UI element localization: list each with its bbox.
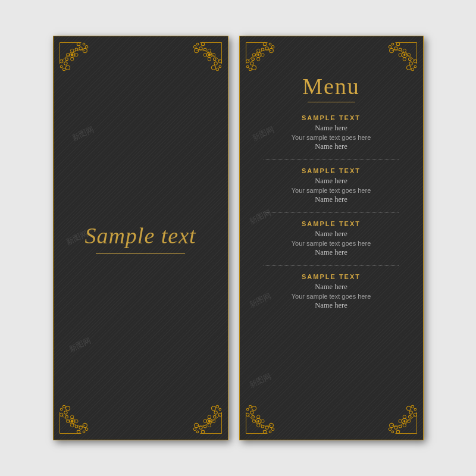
svg-point-116: [249, 405, 252, 408]
svg-point-44: [62, 405, 65, 408]
left-panel: 新图网 新图网 新图网: [53, 36, 228, 440]
svg-point-97: [414, 65, 416, 68]
divider-2: [264, 212, 399, 213]
svg-point-29: [213, 58, 216, 61]
svg-point-62: [216, 405, 219, 408]
svg-point-100: [409, 62, 412, 65]
svg-point-51: [70, 415, 73, 418]
svg-point-136: [409, 411, 412, 414]
section-3-name2: Name here: [252, 248, 411, 257]
svg-point-142: [407, 419, 410, 422]
svg-point-37: [83, 431, 85, 433]
corner-top-right: [181, 40, 224, 83]
svg-point-105: [403, 58, 406, 61]
svg-point-114: [246, 413, 249, 416]
svg-point-101: [408, 58, 411, 61]
svg-point-55: [196, 431, 199, 433]
left-panel-sample-text: Sample text: [84, 223, 196, 254]
svg-point-80: [249, 68, 252, 71]
right-corner-bottom-left: [243, 393, 286, 436]
svg-point-92: [389, 45, 392, 48]
right-corner-bottom-right: [377, 393, 419, 436]
svg-point-125: [261, 419, 264, 422]
svg-point-123: [256, 415, 259, 418]
svg-point-87: [256, 58, 259, 61]
svg-point-93: [389, 48, 393, 52]
section-4-name2: Name here: [252, 301, 411, 310]
svg-point-53: [74, 419, 77, 422]
right-corner-top-left: [243, 40, 286, 83]
section-3-name1: Name here: [252, 230, 411, 239]
svg-point-134: [411, 405, 414, 408]
svg-point-43: [60, 408, 62, 411]
menu-title: Menu: [302, 73, 360, 99]
svg-point-117: [252, 406, 256, 411]
svg-point-139: [403, 420, 406, 422]
svg-point-64: [214, 411, 217, 414]
svg-point-99: [406, 65, 411, 70]
svg-point-9: [65, 65, 70, 70]
svg-point-140: [403, 424, 406, 427]
svg-point-0: [77, 43, 80, 46]
svg-point-128: [389, 428, 392, 431]
svg-point-34: [212, 54, 215, 57]
svg-point-19: [196, 43, 199, 45]
menu-section-1: SAMPLE TEXT Name here Your sample text g…: [252, 109, 411, 155]
menu-section-4: SAMPLE TEXT Name here Your sample text g…: [252, 268, 411, 314]
svg-point-11: [65, 58, 68, 61]
right-corner-top-right: [377, 40, 419, 83]
svg-point-69: [208, 415, 211, 418]
svg-point-47: [65, 415, 68, 418]
svg-point-107: [398, 54, 401, 57]
corner-bottom-left: [57, 393, 100, 436]
svg-point-49: [71, 420, 73, 422]
svg-point-143: [398, 419, 401, 422]
section-1-name1: Name here: [252, 124, 411, 133]
section-4-desc: Your sample text goes here: [252, 293, 411, 300]
svg-point-133: [414, 408, 416, 411]
svg-point-26: [216, 68, 219, 71]
section-2-header: SAMPLE TEXT: [252, 167, 411, 174]
svg-point-68: [208, 424, 211, 427]
svg-point-109: [269, 431, 271, 433]
svg-point-54: [201, 430, 204, 433]
divider-3: [264, 265, 399, 266]
svg-point-14: [70, 49, 73, 52]
svg-point-57: [194, 423, 198, 427]
svg-point-89: [261, 54, 264, 57]
svg-point-91: [392, 43, 394, 45]
svg-point-36: [77, 430, 80, 433]
svg-point-108: [263, 430, 266, 433]
menu-section-2: SAMPLE TEXT Name here Your sample text g…: [252, 162, 411, 208]
section-2-desc: Your sample text goes here: [252, 187, 411, 194]
svg-point-6: [60, 60, 62, 62]
svg-point-10: [64, 62, 67, 65]
svg-point-104: [403, 49, 406, 52]
svg-point-32: [208, 49, 211, 52]
svg-point-106: [407, 54, 410, 57]
svg-point-70: [212, 419, 215, 422]
svg-point-103: [403, 54, 406, 56]
svg-point-81: [252, 65, 256, 70]
divider-1: [264, 159, 399, 160]
svg-point-73: [269, 43, 271, 45]
svg-point-74: [271, 45, 274, 48]
section-1-name2: Name here: [252, 142, 411, 151]
svg-point-71: [203, 419, 206, 422]
svg-point-141: [403, 415, 406, 418]
svg-point-79: [246, 65, 249, 68]
section-1-header: SAMPLE TEXT: [252, 114, 411, 121]
section-2-name1: Name here: [252, 177, 411, 186]
right-panel: 新图网 新图网 新图网 新图网: [239, 36, 424, 440]
svg-point-42: [60, 413, 62, 416]
svg-point-126: [396, 430, 399, 433]
svg-point-45: [65, 406, 70, 411]
svg-point-86: [256, 49, 259, 52]
svg-point-46: [64, 411, 67, 414]
main-container: 新图网 新图网 新图网: [53, 36, 424, 440]
svg-point-121: [257, 420, 259, 422]
section-4-name1: Name here: [252, 283, 411, 292]
menu-section-3: SAMPLE TEXT Name here Your sample text g…: [252, 215, 411, 261]
menu-title-underline: [308, 102, 355, 102]
svg-point-90: [396, 43, 399, 46]
